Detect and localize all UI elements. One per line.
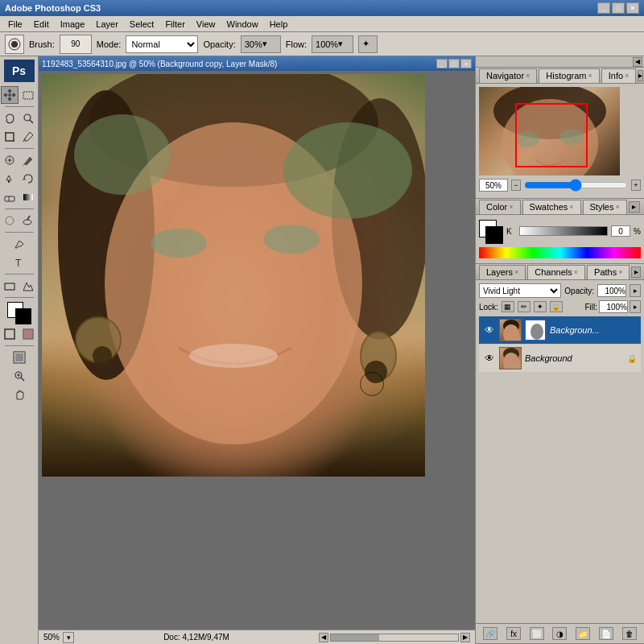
marquee-tool[interactable] xyxy=(19,86,37,104)
canvas[interactable] xyxy=(42,74,425,477)
layer-link-btn[interactable]: 🔗 xyxy=(483,627,497,640)
menu-view[interactable]: View xyxy=(192,18,221,31)
scroll-right-btn[interactable]: ▶ xyxy=(460,633,470,642)
quickmask-mode[interactable] xyxy=(19,325,37,343)
lock-all-btn[interactable]: 🔒 xyxy=(550,301,563,312)
menu-window[interactable]: Window xyxy=(222,18,263,31)
menu-image[interactable]: Image xyxy=(56,18,90,31)
maximize-button[interactable]: □ xyxy=(612,2,625,14)
brush-size-display[interactable]: 90 xyxy=(60,35,92,54)
adjustment-layer-btn[interactable]: ◑ xyxy=(552,627,567,640)
doc-close[interactable]: × xyxy=(460,59,472,68)
close-paths-tab[interactable]: × xyxy=(618,268,622,276)
airbrush-icon[interactable]: ✦ xyxy=(358,35,378,53)
menu-edit[interactable]: Edit xyxy=(29,18,54,31)
tab-styles[interactable]: Styles × xyxy=(583,200,627,214)
standard-mode[interactable] xyxy=(1,325,19,343)
layer-visibility-eye[interactable]: 👁 xyxy=(483,324,496,336)
navigator-panel-menu[interactable]: ▸ xyxy=(638,70,643,81)
window-controls[interactable]: _ □ × xyxy=(597,2,639,14)
fill-increment-btn[interactable]: ▸ xyxy=(630,300,641,313)
tab-color[interactable]: Color × xyxy=(479,200,521,214)
clone-stamp-tool[interactable] xyxy=(1,170,19,188)
quick-select-tool[interactable] xyxy=(19,109,37,127)
close-histogram-tab[interactable]: × xyxy=(588,72,592,80)
zoom-input[interactable] xyxy=(479,179,508,192)
zoom-out-btn[interactable]: − xyxy=(511,180,521,191)
zoom-in-tool[interactable] xyxy=(10,367,28,385)
shape-tool[interactable] xyxy=(1,277,19,295)
blur-tool[interactable] xyxy=(1,212,19,229)
history-brush-tool[interactable] xyxy=(19,170,37,188)
lock-pixels-btn[interactable]: ✏ xyxy=(518,301,530,312)
opacity-value[interactable]: 30%▾ xyxy=(241,35,281,53)
opacity-increment-btn[interactable]: ▸ xyxy=(630,284,641,297)
horizontal-scrollbar[interactable] xyxy=(330,634,459,642)
eraser-tool[interactable] xyxy=(1,188,19,206)
pen-tool[interactable] xyxy=(10,235,28,253)
k-color-slider[interactable] xyxy=(519,226,608,236)
lock-transparent-btn[interactable]: ▦ xyxy=(502,301,514,312)
close-channels-tab[interactable]: × xyxy=(574,268,578,276)
doc-maximize[interactable]: □ xyxy=(448,59,460,68)
doc-minimize[interactable]: _ xyxy=(436,59,448,68)
close-swatches-tab[interactable]: × xyxy=(569,203,573,211)
menu-layer[interactable]: Layer xyxy=(91,18,123,31)
minimize-button[interactable]: _ xyxy=(597,2,610,14)
layer-blend-mode-select[interactable]: Vivid Light xyxy=(479,283,561,298)
close-button[interactable]: × xyxy=(626,2,639,14)
gradient-tool[interactable] xyxy=(19,188,37,206)
delete-layer-btn[interactable]: 🗑 xyxy=(622,627,637,640)
tab-paths[interactable]: Paths × xyxy=(587,265,630,279)
tab-navigator[interactable]: Navigator × xyxy=(479,68,537,83)
zoom-menu-btn[interactable]: ▾ xyxy=(63,632,74,643)
tab-layers[interactable]: Layers × xyxy=(479,265,526,279)
scroll-left-btn[interactable]: ◀ xyxy=(319,633,328,642)
tab-histogram[interactable]: Histogram × xyxy=(539,68,599,83)
layer-item-background-copy[interactable]: 👁 Backgroun... xyxy=(479,316,641,344)
blend-mode-select[interactable]: Normal xyxy=(126,35,198,53)
layer-opacity-input[interactable] xyxy=(597,284,626,297)
dodge-tool[interactable] xyxy=(19,212,37,229)
crop-tool[interactable] xyxy=(1,128,19,146)
menu-filter[interactable]: Filter xyxy=(160,18,189,31)
close-color-tab[interactable]: × xyxy=(509,203,513,211)
doc-window-controls[interactable]: _ □ × xyxy=(436,59,472,68)
zoom-in-btn[interactable]: + xyxy=(631,180,641,191)
close-styles-tab[interactable]: × xyxy=(616,203,620,211)
screen-mode[interactable] xyxy=(10,349,28,366)
collapse-panels-btn[interactable]: ◀ xyxy=(633,57,642,67)
close-info-tab[interactable]: × xyxy=(625,72,629,80)
layer-fx-btn[interactable]: fx xyxy=(506,627,521,640)
menu-select[interactable]: Select xyxy=(125,18,159,31)
eyedropper-tool[interactable] xyxy=(19,128,37,146)
tab-swatches[interactable]: Swatches × xyxy=(522,200,581,214)
hand-tool[interactable] xyxy=(10,386,28,403)
navigation-viewport-rect[interactable] xyxy=(515,103,588,167)
healing-brush-tool[interactable] xyxy=(1,151,19,169)
tab-channels[interactable]: Channels × xyxy=(527,265,585,279)
text-tool[interactable]: T xyxy=(10,254,28,271)
new-group-btn[interactable]: 📁 xyxy=(576,627,590,640)
color-spectrum-bar[interactable] xyxy=(479,247,641,258)
zoom-slider[interactable] xyxy=(524,181,628,189)
move-tool[interactable] xyxy=(1,86,19,104)
close-layers-tab[interactable]: × xyxy=(514,268,518,276)
brush-tool-icon[interactable] xyxy=(5,35,24,54)
background-color[interactable] xyxy=(15,308,31,324)
add-mask-btn[interactable]: ⬜ xyxy=(530,627,544,640)
brush-tool[interactable] xyxy=(19,151,37,169)
flow-value[interactable]: 100%▾ xyxy=(312,35,353,53)
layers-panel-menu[interactable]: ▸ xyxy=(631,266,641,278)
menu-help[interactable]: Help xyxy=(265,18,293,31)
background-color-swatch[interactable] xyxy=(485,226,503,244)
close-navigator-tab[interactable]: × xyxy=(526,72,530,80)
color-panel-menu[interactable]: ▸ xyxy=(629,201,640,213)
tab-info[interactable]: Info × xyxy=(601,68,637,83)
new-layer-btn[interactable]: 📄 xyxy=(599,627,613,640)
menu-file[interactable]: File xyxy=(3,18,27,31)
lock-position-btn[interactable]: ✦ xyxy=(534,301,547,312)
k-value-input[interactable] xyxy=(611,225,630,237)
layer-fill-input[interactable] xyxy=(599,300,628,313)
lasso-tool[interactable] xyxy=(1,109,19,127)
